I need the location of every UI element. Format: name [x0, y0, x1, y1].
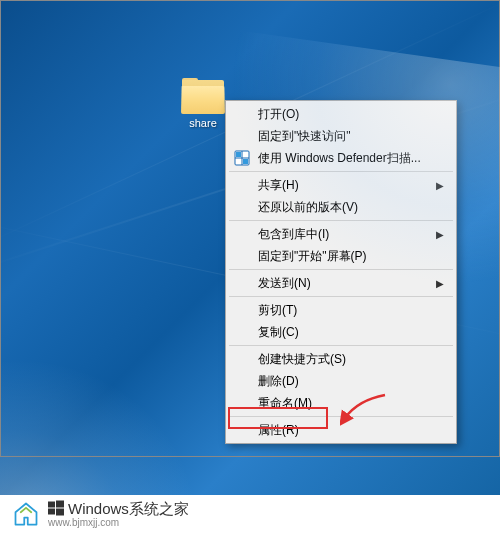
- windows-logo-icon: [48, 500, 64, 516]
- svg-rect-4: [56, 500, 64, 507]
- menu-separator: [229, 345, 453, 346]
- folder-label: share: [178, 117, 228, 129]
- menu-separator: [229, 269, 453, 270]
- menu-item-label: 创建快捷方式(S): [258, 351, 346, 368]
- desktop-background[interactable]: share 打开(O)固定到"快速访问"使用 Windows Defender扫…: [0, 0, 500, 495]
- watermark-title: Windows系统之家: [48, 500, 189, 518]
- menu-item[interactable]: 发送到(N)▶: [228, 272, 454, 294]
- menu-item-label: 使用 Windows Defender扫描...: [258, 150, 421, 167]
- menu-item[interactable]: 复制(C): [228, 321, 454, 343]
- menu-item[interactable]: 固定到"开始"屏幕(P): [228, 245, 454, 267]
- menu-item-label: 重命名(M): [258, 395, 312, 412]
- folder-desktop-icon[interactable]: share: [178, 78, 228, 129]
- menu-item[interactable]: 使用 Windows Defender扫描...: [228, 147, 454, 169]
- menu-item-label: 打开(O): [258, 106, 299, 123]
- menu-item-label: 剪切(T): [258, 302, 297, 319]
- shield-icon: [234, 150, 250, 166]
- menu-item-label: 包含到库中(I): [258, 226, 329, 243]
- svg-rect-5: [48, 508, 55, 514]
- menu-item-label: 发送到(N): [258, 275, 311, 292]
- menu-item[interactable]: 属性(R): [228, 419, 454, 441]
- svg-rect-1: [236, 152, 241, 157]
- context-menu: 打开(O)固定到"快速访问"使用 Windows Defender扫描...共享…: [225, 100, 457, 444]
- menu-item[interactable]: 包含到库中(I)▶: [228, 223, 454, 245]
- menu-item-label: 还原以前的版本(V): [258, 199, 358, 216]
- menu-item[interactable]: 还原以前的版本(V): [228, 196, 454, 218]
- chevron-right-icon: ▶: [436, 229, 444, 240]
- menu-item[interactable]: 共享(H)▶: [228, 174, 454, 196]
- menu-item[interactable]: 固定到"快速访问": [228, 125, 454, 147]
- chevron-right-icon: ▶: [436, 278, 444, 289]
- watermark-logo-icon: [12, 500, 40, 528]
- folder-icon: [181, 78, 225, 114]
- menu-item-label: 删除(D): [258, 373, 299, 390]
- menu-separator: [229, 171, 453, 172]
- menu-item-label: 属性(R): [258, 422, 299, 439]
- watermark-url: www.bjmxjj.com: [48, 517, 189, 528]
- chevron-right-icon: ▶: [436, 180, 444, 191]
- menu-separator: [229, 220, 453, 221]
- watermark-bar: Windows系统之家 www.bjmxjj.com: [0, 495, 500, 533]
- menu-item[interactable]: 重命名(M): [228, 392, 454, 414]
- menu-item[interactable]: 创建快捷方式(S): [228, 348, 454, 370]
- menu-item[interactable]: 打开(O): [228, 103, 454, 125]
- menu-item-label: 固定到"快速访问": [258, 128, 351, 145]
- svg-rect-6: [56, 508, 64, 515]
- menu-item[interactable]: 删除(D): [228, 370, 454, 392]
- menu-item[interactable]: 剪切(T): [228, 299, 454, 321]
- menu-separator: [229, 296, 453, 297]
- menu-item-label: 复制(C): [258, 324, 299, 341]
- svg-rect-0: [235, 151, 249, 165]
- svg-rect-3: [48, 501, 55, 507]
- menu-separator: [229, 416, 453, 417]
- svg-rect-2: [243, 159, 248, 164]
- menu-item-label: 共享(H): [258, 177, 299, 194]
- menu-item-label: 固定到"开始"屏幕(P): [258, 248, 367, 265]
